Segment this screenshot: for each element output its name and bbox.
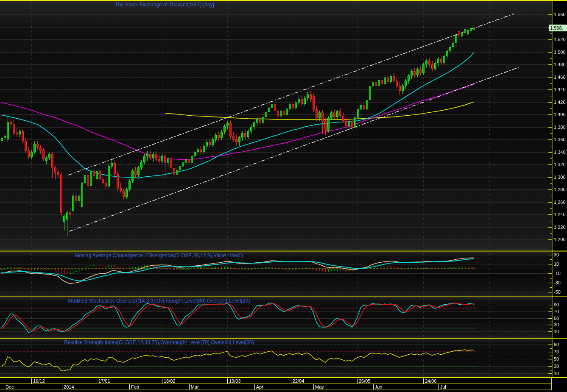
week-label: 16/12 (33, 378, 45, 384)
price-tick-label: 1,440 (554, 87, 566, 92)
price-tick-label: 1,240 (554, 212, 566, 217)
price-tick-label: 1,460 (554, 75, 566, 80)
main-chart-title: The Stock Exchange of Thailand(SET) [day… (0, 2, 329, 8)
rsi-tick-label: 90 (554, 342, 559, 347)
macd-tick-label: 10 (554, 261, 559, 267)
week-label: 24/06 (425, 378, 437, 384)
last-price-badge: 1,538. (549, 25, 567, 31)
price-tick-label: 1,560 (554, 12, 566, 17)
week-label: 22/04 (293, 378, 304, 384)
price-tick-label: 1,360 (554, 137, 566, 142)
week-label: 19/03 (229, 378, 241, 384)
month-label: Mar (191, 384, 199, 390)
rsi-panel-title: Relative Strength Index(CLOSE,14,30,70),… (0, 339, 318, 345)
price-tick-label: 1,200 (554, 237, 566, 242)
price-tick-label: 1,520 (554, 37, 566, 42)
month-label: 2014 (64, 384, 74, 390)
week-label: 18/02 (164, 378, 176, 384)
price-tick-label: 1,480 (554, 62, 566, 67)
price-tick-label: 1,300 (554, 175, 566, 180)
stoch-panel-title: Modified Stochastics Oscillator(14,3,3),… (0, 298, 318, 304)
macd-tick-label: 30 (554, 252, 559, 257)
stoch-tick-label: 90 (554, 302, 559, 307)
month-label: Jul (440, 384, 446, 390)
price-tick-label: 1,280 (554, 187, 566, 192)
rsi-tick-label: 10 (554, 371, 559, 376)
rsi-tick-label: 50 (554, 356, 559, 361)
month-label: May (315, 384, 324, 390)
macd-panel-title: Moving Average Convergence / Divergence(… (0, 253, 318, 259)
month-label: Jun (375, 384, 383, 390)
stoch-tick-label: 70 (554, 309, 559, 314)
price-tick-label: 1,220 (554, 225, 566, 230)
month-label: Dec (6, 384, 14, 390)
price-tick-label: 1,320 (554, 162, 566, 167)
week-label: 26/05 (359, 378, 371, 384)
month-label: Feb (131, 384, 139, 390)
chart-canvas[interactable] (0, 0, 567, 392)
price-tick-label: 1,340 (554, 150, 566, 155)
rsi-tick-label: 30 (554, 364, 559, 369)
macd-tick-label: -30 (554, 280, 561, 285)
price-tick-label: 1,380 (554, 125, 566, 130)
stoch-tick-label: 30 (554, 322, 559, 327)
stoch-tick-label: 10 (554, 329, 559, 334)
price-tick-label: 1,420 (554, 100, 566, 105)
macd-tick-label: -10 (554, 271, 561, 276)
week-label: 17/01 (98, 378, 110, 384)
price-tick-label: 1,260 (554, 200, 566, 205)
stoch-tick-label: 50 (554, 316, 559, 321)
price-tick-label: 1,400 (554, 112, 566, 117)
month-label: Apr (256, 384, 263, 390)
rsi-tick-label: 70 (554, 349, 559, 354)
macd-tick-label: -50 (554, 289, 561, 295)
price-tick-label: 1,500 (554, 50, 566, 55)
charting-app-window: The Stock Exchange of Thailand(SET) [day… (0, 0, 567, 392)
